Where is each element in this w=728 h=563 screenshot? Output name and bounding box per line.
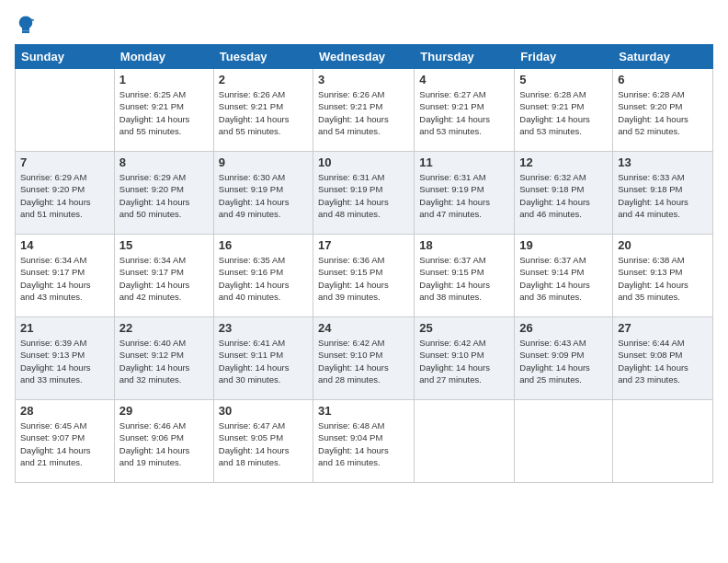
day-number: 16 bbox=[219, 238, 308, 252]
day-number: 13 bbox=[618, 155, 708, 169]
day-info: Sunrise: 6:39 AM Sunset: 9:13 PM Dayligh… bbox=[20, 337, 109, 385]
day-number: 27 bbox=[618, 321, 708, 335]
calendar-cell: 28Sunrise: 6:45 AM Sunset: 9:07 PM Dayli… bbox=[16, 400, 115, 483]
weekday-header-friday: Friday bbox=[515, 45, 613, 69]
day-number: 12 bbox=[519, 155, 608, 169]
day-info: Sunrise: 6:47 AM Sunset: 9:05 PM Dayligh… bbox=[219, 419, 308, 468]
calendar-cell: 6Sunrise: 6:28 AM Sunset: 9:20 PM Daylig… bbox=[613, 69, 713, 152]
day-info: Sunrise: 6:34 AM Sunset: 9:17 PM Dayligh… bbox=[119, 254, 209, 303]
calendar-cell: 30Sunrise: 6:47 AM Sunset: 9:05 PM Dayli… bbox=[213, 400, 313, 483]
header bbox=[15, 15, 713, 37]
calendar-cell: 20Sunrise: 6:38 AM Sunset: 9:13 PM Dayli… bbox=[613, 235, 713, 317]
calendar-cell: 12Sunrise: 6:32 AM Sunset: 9:18 PM Dayli… bbox=[515, 152, 613, 235]
day-info: Sunrise: 6:33 AM Sunset: 9:18 PM Dayligh… bbox=[618, 171, 708, 220]
day-number: 1 bbox=[119, 73, 209, 86]
calendar-week-1: 1Sunrise: 6:25 AM Sunset: 9:21 PM Daylig… bbox=[16, 69, 713, 152]
calendar-cell: 15Sunrise: 6:34 AM Sunset: 9:17 PM Dayli… bbox=[114, 235, 213, 317]
day-number: 15 bbox=[119, 238, 209, 252]
day-number: 19 bbox=[519, 238, 608, 252]
calendar-cell: 26Sunrise: 6:43 AM Sunset: 9:09 PM Dayli… bbox=[515, 317, 613, 400]
calendar-cell: 5Sunrise: 6:28 AM Sunset: 9:21 PM Daylig… bbox=[515, 69, 613, 152]
calendar-cell: 2Sunrise: 6:26 AM Sunset: 9:21 PM Daylig… bbox=[213, 69, 313, 152]
day-info: Sunrise: 6:30 AM Sunset: 9:19 PM Dayligh… bbox=[219, 171, 308, 220]
calendar-cell: 14Sunrise: 6:34 AM Sunset: 9:17 PM Dayli… bbox=[16, 235, 115, 317]
calendar-week-3: 14Sunrise: 6:34 AM Sunset: 9:17 PM Dayli… bbox=[16, 235, 713, 317]
day-number: 20 bbox=[618, 238, 708, 252]
calendar-cell bbox=[16, 69, 115, 152]
day-number: 8 bbox=[119, 155, 209, 169]
calendar-cell: 22Sunrise: 6:40 AM Sunset: 9:12 PM Dayli… bbox=[114, 317, 213, 400]
day-number: 24 bbox=[318, 321, 409, 335]
day-info: Sunrise: 6:28 AM Sunset: 9:21 PM Dayligh… bbox=[519, 88, 608, 137]
day-info: Sunrise: 6:37 AM Sunset: 9:15 PM Dayligh… bbox=[419, 254, 509, 303]
day-number: 29 bbox=[119, 404, 209, 418]
day-info: Sunrise: 6:32 AM Sunset: 9:18 PM Dayligh… bbox=[519, 171, 608, 220]
day-info: Sunrise: 6:25 AM Sunset: 9:21 PM Dayligh… bbox=[119, 88, 209, 137]
calendar-cell bbox=[515, 400, 613, 483]
logo-icon bbox=[15, 15, 37, 37]
weekday-header-wednesday: Wednesday bbox=[313, 45, 415, 69]
day-number: 25 bbox=[419, 321, 509, 335]
day-info: Sunrise: 6:34 AM Sunset: 9:17 PM Dayligh… bbox=[20, 254, 109, 303]
day-number: 18 bbox=[419, 238, 509, 252]
page-container: SundayMondayTuesdayWednesdayThursdayFrid… bbox=[0, 0, 728, 492]
day-number: 23 bbox=[219, 321, 308, 335]
calendar-cell: 27Sunrise: 6:44 AM Sunset: 9:08 PM Dayli… bbox=[613, 317, 713, 400]
day-info: Sunrise: 6:43 AM Sunset: 9:09 PM Dayligh… bbox=[519, 337, 608, 385]
calendar-cell: 16Sunrise: 6:35 AM Sunset: 9:16 PM Dayli… bbox=[213, 235, 313, 317]
day-info: Sunrise: 6:41 AM Sunset: 9:11 PM Dayligh… bbox=[219, 337, 308, 385]
day-number: 9 bbox=[219, 155, 308, 169]
calendar-cell: 10Sunrise: 6:31 AM Sunset: 9:19 PM Dayli… bbox=[313, 152, 415, 235]
weekday-header-tuesday: Tuesday bbox=[213, 45, 313, 69]
calendar-table: SundayMondayTuesdayWednesdayThursdayFrid… bbox=[15, 44, 713, 483]
day-info: Sunrise: 6:31 AM Sunset: 9:19 PM Dayligh… bbox=[419, 171, 509, 220]
day-info: Sunrise: 6:29 AM Sunset: 9:20 PM Dayligh… bbox=[20, 171, 109, 220]
day-info: Sunrise: 6:48 AM Sunset: 9:04 PM Dayligh… bbox=[318, 419, 409, 468]
logo bbox=[15, 15, 40, 37]
day-info: Sunrise: 6:38 AM Sunset: 9:13 PM Dayligh… bbox=[618, 254, 708, 303]
calendar-cell: 18Sunrise: 6:37 AM Sunset: 9:15 PM Dayli… bbox=[415, 235, 515, 317]
calendar-cell: 23Sunrise: 6:41 AM Sunset: 9:11 PM Dayli… bbox=[213, 317, 313, 400]
calendar-week-2: 7Sunrise: 6:29 AM Sunset: 9:20 PM Daylig… bbox=[16, 152, 713, 235]
day-info: Sunrise: 6:26 AM Sunset: 9:21 PM Dayligh… bbox=[219, 88, 308, 137]
calendar-cell: 21Sunrise: 6:39 AM Sunset: 9:13 PM Dayli… bbox=[16, 317, 115, 400]
calendar-cell: 17Sunrise: 6:36 AM Sunset: 9:15 PM Dayli… bbox=[313, 235, 415, 317]
day-number: 22 bbox=[119, 321, 209, 335]
weekday-header-row: SundayMondayTuesdayWednesdayThursdayFrid… bbox=[16, 45, 713, 69]
calendar-week-5: 28Sunrise: 6:45 AM Sunset: 9:07 PM Dayli… bbox=[16, 400, 713, 483]
day-info: Sunrise: 6:46 AM Sunset: 9:06 PM Dayligh… bbox=[119, 419, 209, 468]
day-info: Sunrise: 6:35 AM Sunset: 9:16 PM Dayligh… bbox=[219, 254, 308, 303]
calendar-cell: 19Sunrise: 6:37 AM Sunset: 9:14 PM Dayli… bbox=[515, 235, 613, 317]
day-info: Sunrise: 6:40 AM Sunset: 9:12 PM Dayligh… bbox=[119, 337, 209, 385]
day-number: 10 bbox=[318, 155, 409, 169]
calendar-cell: 24Sunrise: 6:42 AM Sunset: 9:10 PM Dayli… bbox=[313, 317, 415, 400]
day-info: Sunrise: 6:42 AM Sunset: 9:10 PM Dayligh… bbox=[318, 337, 409, 385]
calendar-cell: 4Sunrise: 6:27 AM Sunset: 9:21 PM Daylig… bbox=[415, 69, 515, 152]
calendar-cell: 8Sunrise: 6:29 AM Sunset: 9:20 PM Daylig… bbox=[114, 152, 213, 235]
day-number: 4 bbox=[419, 73, 509, 86]
day-number: 28 bbox=[20, 404, 109, 418]
weekday-header-thursday: Thursday bbox=[415, 45, 515, 69]
calendar-cell bbox=[613, 400, 713, 483]
calendar-cell: 13Sunrise: 6:33 AM Sunset: 9:18 PM Dayli… bbox=[613, 152, 713, 235]
calendar-cell bbox=[415, 400, 515, 483]
calendar-cell: 11Sunrise: 6:31 AM Sunset: 9:19 PM Dayli… bbox=[415, 152, 515, 235]
day-number: 2 bbox=[219, 73, 308, 86]
day-number: 6 bbox=[618, 73, 708, 86]
day-number: 26 bbox=[519, 321, 608, 335]
day-number: 21 bbox=[20, 321, 109, 335]
day-info: Sunrise: 6:37 AM Sunset: 9:14 PM Dayligh… bbox=[519, 254, 608, 303]
day-info: Sunrise: 6:44 AM Sunset: 9:08 PM Dayligh… bbox=[618, 337, 708, 385]
calendar-cell: 3Sunrise: 6:26 AM Sunset: 9:21 PM Daylig… bbox=[313, 69, 415, 152]
calendar-cell: 31Sunrise: 6:48 AM Sunset: 9:04 PM Dayli… bbox=[313, 400, 415, 483]
day-info: Sunrise: 6:28 AM Sunset: 9:20 PM Dayligh… bbox=[618, 88, 708, 137]
day-number: 17 bbox=[318, 238, 409, 252]
weekday-header-sunday: Sunday bbox=[16, 45, 115, 69]
day-number: 11 bbox=[419, 155, 509, 169]
day-number: 7 bbox=[20, 155, 109, 169]
day-info: Sunrise: 6:45 AM Sunset: 9:07 PM Dayligh… bbox=[20, 419, 109, 468]
day-number: 5 bbox=[519, 73, 608, 86]
calendar-cell: 1Sunrise: 6:25 AM Sunset: 9:21 PM Daylig… bbox=[114, 69, 213, 152]
day-info: Sunrise: 6:42 AM Sunset: 9:10 PM Dayligh… bbox=[419, 337, 509, 385]
calendar-cell: 9Sunrise: 6:30 AM Sunset: 9:19 PM Daylig… bbox=[213, 152, 313, 235]
